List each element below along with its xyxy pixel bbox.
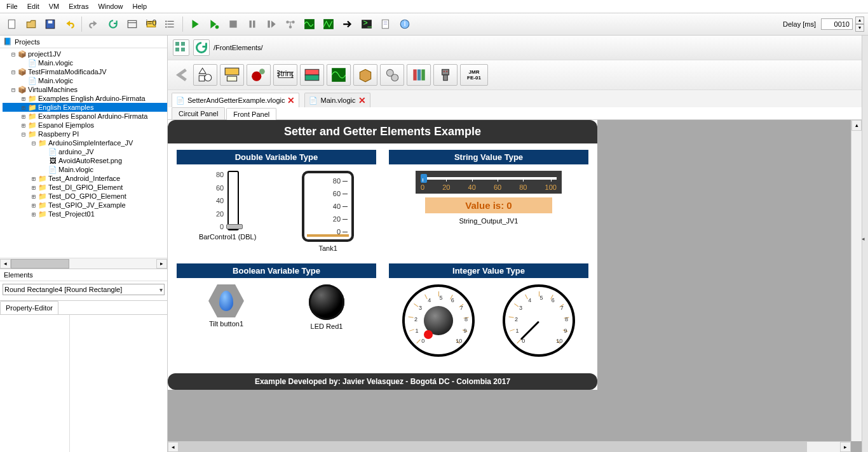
tree-scrollbar[interactable]: ◂▸: [0, 258, 167, 269]
svg-point-52: [444, 71, 445, 72]
svg-rect-33: [181, 48, 185, 51]
tree-item-label: Raspberry PI: [38, 130, 79, 138]
scope-icon[interactable]: [327, 64, 351, 86]
folder-icon: 📁: [38, 183, 47, 191]
canvas-hscroll[interactable]: ◂▸: [168, 441, 851, 452]
menu-help[interactable]: Help: [129, 1, 151, 11]
svg-rect-31: [181, 42, 185, 46]
close-icon[interactable]: ✕: [358, 95, 366, 105]
refresh2-icon[interactable]: [193, 39, 210, 56]
projects-header: 📘 Projects: [0, 36, 167, 48]
property-editor-tab[interactable]: Property-Editor: [0, 301, 58, 314]
delay-spinner[interactable]: ▲▼: [855, 17, 864, 32]
package-icon[interactable]: [353, 64, 377, 86]
back-arrow-icon[interactable]: [173, 64, 191, 86]
new-icon[interactable]: [4, 16, 20, 32]
bar-control-label: BarControl1 (DBL): [199, 233, 256, 241]
tree-item[interactable]: ⊞📁Test_Project01: [3, 209, 167, 218]
property-editor-body: [0, 314, 167, 452]
tree-item[interactable]: ⊞📁Test_DI_GPIO_Element: [3, 183, 167, 192]
bar-control-widget[interactable]: 80 60 40 20 0 BarControl1 (DBL): [199, 171, 256, 241]
elements-selector[interactable]: Round Rectangle4 [Round Rectangle]: [3, 284, 165, 295]
editor-breadcrumb-row: /FrontElements/: [168, 36, 862, 60]
tab-front-panel[interactable]: Front Panel: [226, 108, 276, 120]
grid-icon[interactable]: [173, 39, 189, 56]
close-icon[interactable]: ✕: [287, 95, 295, 105]
tree-item[interactable]: ⊟📦TestFirmataModificadaJV: [3, 67, 167, 76]
shapes-icon[interactable]: [193, 64, 217, 86]
stop-icon[interactable]: [225, 16, 241, 32]
list-icon[interactable]: [162, 16, 179, 32]
pause-icon[interactable]: [244, 16, 261, 32]
robot-icon[interactable]: [433, 64, 458, 86]
books-icon[interactable]: [407, 64, 431, 86]
info-icon[interactable]: i: [397, 16, 413, 32]
menu-vm[interactable]: VM: [45, 1, 64, 11]
tilt-button-widget[interactable]: Tilt button1: [208, 284, 244, 328]
canvas-area[interactable]: Setter and Getter Elements Example Doubl…: [168, 120, 862, 452]
knob-gauge[interactable]: 012345678910: [402, 284, 475, 357]
elements-header: Elements: [0, 269, 167, 281]
run-icon[interactable]: [187, 16, 203, 32]
tree-item[interactable]: ⊞📁Espanol Ejemplos: [3, 121, 167, 130]
scope2-icon[interactable]: [320, 16, 337, 32]
gears-icon[interactable]: [380, 64, 404, 86]
tree-item[interactable]: ⊞📁Examples Espanol Arduino-Firmata: [3, 112, 167, 121]
tree-item[interactable]: ⊞📁Test_DO_GPIO_Element: [3, 192, 167, 201]
matrix-icon[interactable]: [300, 64, 324, 86]
jmr-fe01-button[interactable]: JMR FE-01: [460, 64, 488, 86]
tank-widget[interactable]: 80 60 40 20 0 Tank1: [302, 171, 354, 252]
file-tab-setter-getter[interactable]: 📄 SetterAndGetterExample.vlogic ✕: [172, 93, 299, 107]
scope1-icon[interactable]: [301, 16, 318, 32]
dial-gauge[interactable]: 012345678910: [503, 284, 575, 357]
debug-run-icon[interactable]: [206, 16, 222, 32]
file-tab-main[interactable]: 📄 Main.vlogic ✕: [304, 93, 370, 107]
canvas-vscroll[interactable]: ▴: [851, 120, 862, 441]
arrow-right-icon[interactable]: [339, 16, 356, 32]
folder-icon: 📁: [28, 121, 37, 129]
tree-item[interactable]: ⊞📁Test_GPIO_JV_Example: [3, 201, 167, 209]
tree-item[interactable]: ⊟📁ArduinoSimpleInterface_JV: [3, 138, 167, 147]
redo-icon[interactable]: [86, 16, 102, 32]
tree-item[interactable]: ⊞📁English Examples: [3, 103, 167, 112]
undo-icon[interactable]: [61, 16, 78, 32]
save-icon[interactable]: [42, 16, 58, 32]
svg-rect-36: [225, 68, 239, 75]
tree-item[interactable]: 📄Main.vlogic: [3, 58, 167, 67]
tree-item[interactable]: ⊟📦project1JV: [3, 50, 167, 58]
tree-item[interactable]: ⊞📁Examples English Arduino-Firmata: [3, 94, 167, 103]
section-double-header: Double Variable Type: [177, 150, 376, 164]
right-collapse-bar[interactable]: [862, 36, 868, 452]
open-icon[interactable]: [23, 16, 39, 32]
string-slider[interactable]: 0 20 40 60 80 100: [416, 171, 562, 194]
window-icon[interactable]: [124, 16, 140, 32]
variables-icon[interactable]: i=0: [143, 16, 159, 32]
step-icon[interactable]: [263, 16, 280, 32]
terminal-icon[interactable]: >_: [358, 16, 375, 32]
string-icon[interactable]: String: [273, 64, 297, 86]
tree-item[interactable]: ⊟📁Raspberry PI: [3, 130, 167, 138]
delay-input[interactable]: [821, 18, 853, 30]
tree-item[interactable]: 🖼AvoidAutoReset.png: [3, 156, 167, 165]
tree-item[interactable]: 📄arduino_JV: [3, 147, 167, 156]
refresh-icon[interactable]: [105, 16, 121, 32]
menu-file[interactable]: File: [3, 1, 22, 11]
tree-item[interactable]: 📄Main.vlogic: [3, 165, 167, 174]
flow-icon[interactable]: [282, 16, 299, 32]
tree-item[interactable]: 📄Main.vlogic: [3, 76, 167, 85]
svg-point-46: [391, 74, 398, 81]
tab-circuit-panel[interactable]: Circuit Panel: [172, 107, 225, 119]
tree-item[interactable]: ⊞📁Test_Android_Interface: [3, 174, 167, 183]
svg-rect-0: [8, 20, 15, 29]
svg-text:String: String: [277, 69, 294, 78]
gauge-panel-icon[interactable]: [220, 64, 244, 86]
ball-icon[interactable]: [247, 64, 271, 86]
menu-window[interactable]: Window: [94, 1, 126, 11]
tree-item[interactable]: ⊟📦VirtualMachines: [3, 85, 167, 94]
doc-icon[interactable]: [377, 16, 394, 32]
menu-edit[interactable]: Edit: [24, 1, 43, 11]
project-tree[interactable]: ⊟📦project1JV📄Main.vlogic⊟📦TestFirmataMod…: [0, 48, 167, 258]
led-widget[interactable]: LED Red1: [309, 284, 344, 330]
tree-item-label: Main.vlogic: [58, 166, 93, 173]
menu-extras[interactable]: Extras: [65, 1, 92, 11]
